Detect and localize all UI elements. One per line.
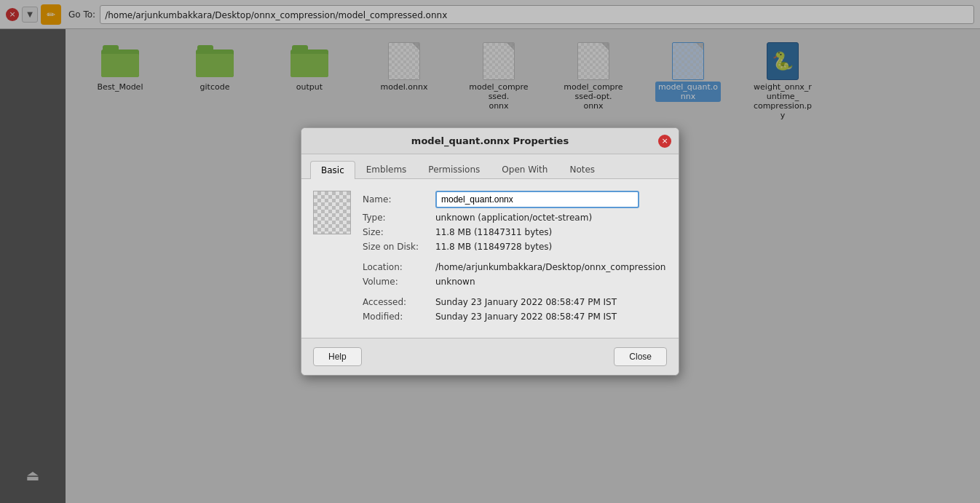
tab-emblems[interactable]: Emblems [355, 160, 418, 178]
accessed-label: Accessed: [363, 297, 435, 307]
dialog-tabs: Basic Emblems Permissions Open With Note… [301, 154, 679, 179]
tab-basic[interactable]: Basic [310, 161, 355, 179]
dialog-title: model_quant.onnx Properties [411, 135, 569, 146]
name-label: Name: [363, 194, 435, 205]
volume-value: unknown [435, 277, 475, 287]
tab-open-with[interactable]: Open With [491, 160, 558, 178]
type-row: Type: unknown (application/octet-stream) [363, 213, 667, 223]
type-label: Type: [363, 213, 435, 223]
help-button[interactable]: Help [313, 347, 362, 366]
volume-label: Volume: [363, 277, 435, 287]
dialog-close-button[interactable]: × [658, 135, 671, 148]
file-preview-icon [313, 191, 351, 234]
size-label: Size: [363, 227, 435, 237]
type-value: unknown (application/octet-stream) [435, 213, 592, 223]
accessed-row: Accessed: Sunday 23 January 2022 08:58:4… [363, 297, 667, 307]
modified-row: Modified: Sunday 23 January 2022 08:58:4… [363, 312, 667, 322]
name-input[interactable] [435, 191, 639, 208]
properties-dialog: model_quant.onnx Properties × Basic Embl… [301, 127, 679, 376]
size-on-disk-value: 11.8 MB (11849728 bytes) [435, 242, 552, 252]
size-on-disk-row: Size on Disk: 11.8 MB (11849728 bytes) [363, 242, 667, 252]
size-on-disk-label: Size on Disk: [363, 242, 435, 252]
size-value: 11.8 MB (11847311 bytes) [435, 227, 552, 237]
tab-permissions[interactable]: Permissions [417, 160, 491, 178]
dialog-body: Name: Type: unknown (application/octet-s… [301, 179, 679, 338]
modified-value: Sunday 23 January 2022 08:58:47 PM IST [435, 312, 617, 322]
size-row: Size: 11.8 MB (11847311 bytes) [363, 227, 667, 237]
dialog-title-bar: model_quant.onnx Properties × [301, 128, 679, 154]
location-label: Location: [363, 262, 435, 272]
location-value: /home/arjunkumbakkara/Desktop/onnx_compr… [435, 262, 665, 272]
modified-label: Modified: [363, 312, 435, 322]
location-row: Location: /home/arjunkumbakkara/Desktop/… [363, 262, 667, 272]
file-info-table: Name: Type: unknown (application/octet-s… [363, 191, 667, 326]
dialog-footer: Help Close [301, 338, 679, 375]
accessed-value: Sunday 23 January 2022 08:58:47 PM IST [435, 297, 617, 307]
volume-row: Volume: unknown [363, 277, 667, 287]
modal-overlay: model_quant.onnx Properties × Basic Embl… [0, 0, 980, 503]
name-row: Name: [363, 191, 667, 208]
close-button[interactable]: Close [614, 347, 667, 366]
tab-notes[interactable]: Notes [558, 160, 606, 178]
